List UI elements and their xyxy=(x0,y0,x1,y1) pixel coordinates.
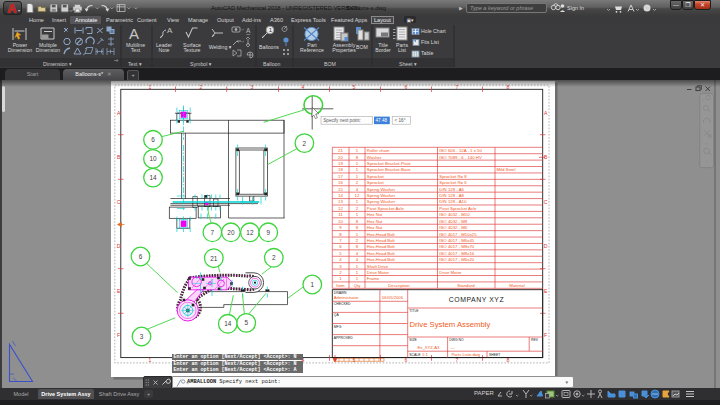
svg-text:Shaft Drive: Shaft Drive xyxy=(367,264,389,269)
svg-text:21: 21 xyxy=(210,255,218,262)
svg-text:Ex_XYZ-A3: Ex_XYZ-A3 xyxy=(418,345,441,350)
svg-text:12: 12 xyxy=(246,229,254,236)
svg-text:4: 4 xyxy=(302,84,305,90)
svg-text:12: 12 xyxy=(338,206,343,211)
svg-text:A̲: A̲ xyxy=(246,27,251,35)
svg-text:C: C xyxy=(117,199,121,205)
svg-text:12: 12 xyxy=(355,193,360,198)
svg-text:Spring Washer: Spring Washer xyxy=(367,199,396,204)
svg-text:3: 3 xyxy=(140,333,144,340)
svg-text:F: F xyxy=(117,332,120,338)
svg-text:6: 6 xyxy=(151,136,155,143)
svg-text:17: 17 xyxy=(338,174,343,179)
svg-text:Drive Motor: Drive Motor xyxy=(439,270,462,275)
svg-text:11: 11 xyxy=(338,212,343,217)
svg-text:Roller chain: Roller chain xyxy=(367,148,390,153)
svg-text:7: 7 xyxy=(211,229,215,236)
svg-text:D: D xyxy=(544,243,548,249)
svg-text:D: D xyxy=(117,243,121,249)
svg-text:Drive System Assembly: Drive System Assembly xyxy=(410,320,491,329)
svg-text:C: C xyxy=(544,199,548,205)
svg-text:MFG: MFG xyxy=(334,325,342,329)
svg-text:1:1: 1:1 xyxy=(422,352,428,357)
svg-text:Sprocket R= 8: Sprocket R= 8 xyxy=(439,174,467,179)
svg-text:COMPANY XYZ: COMPANY XYZ xyxy=(449,296,505,303)
svg-text:Hex-Head Bolt: Hex-Head Bolt xyxy=(367,232,396,237)
svg-text:Pivot Sprocket Axle: Pivot Sprocket Axle xyxy=(439,206,477,211)
svg-text:Hex-Head Bolt: Hex-Head Bolt xyxy=(367,257,396,262)
svg-text:F: F xyxy=(544,332,547,338)
svg-text:Standard: Standard xyxy=(457,283,475,288)
svg-text:ISO 4032 - M6: ISO 4032 - M6 xyxy=(439,225,468,230)
svg-text:DIN 128 - A6: DIN 128 - A6 xyxy=(439,187,464,192)
svg-text:CHECKED: CHECKED xyxy=(334,302,351,306)
svg-text:Spring Washer: Spring Washer xyxy=(367,187,396,192)
svg-text:Sprocket R= 6: Sprocket R= 6 xyxy=(439,180,467,185)
svg-text:ISO 4017 - M8x70: ISO 4017 - M8x70 xyxy=(439,244,474,249)
svg-text:B: B xyxy=(117,154,121,160)
svg-text:9: 9 xyxy=(267,229,271,236)
svg-text:Washer: Washer xyxy=(367,155,382,160)
svg-text:Administrator: Administrator xyxy=(334,295,359,300)
svg-text:10: 10 xyxy=(338,219,343,224)
svg-text:2: 2 xyxy=(303,140,307,147)
svg-text:ISO 7089 - 6 - 140 HV: ISO 7089 - 6 - 140 HV xyxy=(439,155,482,160)
svg-text:14: 14 xyxy=(224,320,232,327)
svg-text:QA: QA xyxy=(334,313,340,317)
svg-text:Pivot Sprocket Axle: Pivot Sprocket Axle xyxy=(367,206,405,211)
svg-text:Hex-Head Bolt: Hex-Head Bolt xyxy=(367,238,396,243)
svg-text:19: 19 xyxy=(338,161,343,166)
svg-text:5: 5 xyxy=(244,319,248,326)
svg-text:Sprocket Bracket-Base: Sprocket Bracket-Base xyxy=(367,167,412,172)
svg-text:APPROVED: APPROVED xyxy=(334,336,353,340)
svg-text:ISO 4017 - M6x45: ISO 4017 - M6x45 xyxy=(439,238,474,243)
svg-text:Material: Material xyxy=(509,283,524,288)
svg-text:Drive Motor: Drive Motor xyxy=(367,270,390,275)
svg-text:DWG NO: DWG NO xyxy=(449,338,464,342)
svg-text:SCALE: SCALE xyxy=(409,353,421,357)
svg-text:TITLE: TITLE xyxy=(409,309,419,313)
svg-text:SHEET: SHEET xyxy=(489,353,500,357)
svg-text:20: 20 xyxy=(338,155,343,160)
svg-text:E: E xyxy=(117,288,121,294)
svg-text:A: A xyxy=(117,110,121,116)
svg-text:Description: Description xyxy=(388,283,410,288)
svg-text:15: 15 xyxy=(338,187,343,192)
svg-text:47.48: 47.48 xyxy=(376,118,388,123)
svg-text:3: 3 xyxy=(251,84,254,90)
svg-text:Qty: Qty xyxy=(354,283,362,288)
svg-text:Hex-Head Bolt: Hex-Head Bolt xyxy=(367,244,396,249)
svg-text:A: A xyxy=(544,110,548,116)
svg-text:Mild Steel: Mild Steel xyxy=(497,167,516,172)
svg-text:Item: Item xyxy=(336,283,345,288)
svg-text:ISO 4017 - M6x20: ISO 4017 - M6x20 xyxy=(439,257,474,262)
svg-text:8: 8 xyxy=(507,84,510,90)
svg-text:Sprocket: Sprocket xyxy=(367,174,385,179)
svg-text:Frame: Frame xyxy=(367,276,380,281)
svg-text:ISO 4032 - M8: ISO 4032 - M8 xyxy=(439,219,468,224)
svg-text:ISO 4017 - M8x16: ISO 4017 - M8x16 xyxy=(439,251,474,256)
svg-text:7: 7 xyxy=(456,84,459,90)
svg-text:14: 14 xyxy=(338,193,343,198)
svg-text:Hex Nut: Hex Nut xyxy=(367,225,383,230)
svg-text:E: E xyxy=(544,288,548,294)
svg-text:A: A xyxy=(129,25,139,42)
svg-text:Sprocket Bracket-Pivot: Sprocket Bracket-Pivot xyxy=(367,161,412,166)
svg-text:Hex Nut: Hex Nut xyxy=(367,219,383,224)
svg-text:1: 1 xyxy=(149,357,152,363)
svg-text:5: 5 xyxy=(353,84,356,90)
svg-text:16: 16 xyxy=(338,180,343,185)
svg-text:6: 6 xyxy=(139,253,143,260)
svg-text:10: 10 xyxy=(149,155,157,162)
svg-text:A: A xyxy=(167,26,173,35)
svg-text:Specify next point:: Specify next point: xyxy=(323,118,361,123)
svg-text:DIN 128 - A8: DIN 128 - A8 xyxy=(439,193,464,198)
svg-text:DRAWN: DRAWN xyxy=(334,291,347,295)
svg-text:06/05/2006: 06/05/2006 xyxy=(382,295,404,300)
svg-text:13: 13 xyxy=(338,199,343,204)
svg-text:21: 21 xyxy=(338,148,343,153)
svg-text:ISO 4032 - M10: ISO 4032 - M10 xyxy=(439,212,470,217)
svg-text:ISO 4017 - M10x25: ISO 4017 - M10x25 xyxy=(439,232,477,237)
svg-text:SIZE: SIZE xyxy=(409,338,417,342)
svg-text:Spring Washer: Spring Washer xyxy=(367,193,396,198)
